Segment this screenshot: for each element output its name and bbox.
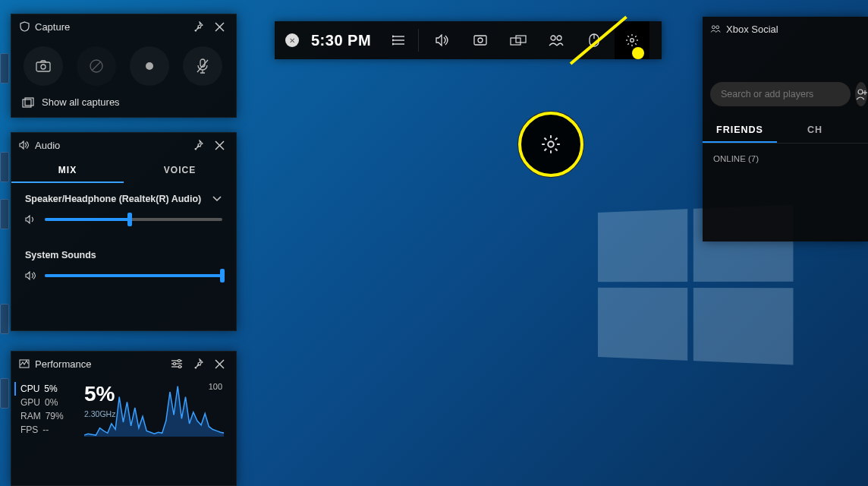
perf-stat-fps[interactable]: FPS-- <box>20 423 84 437</box>
record-last-button[interactable] <box>77 46 116 86</box>
close-icon[interactable] <box>210 136 228 154</box>
tab-voice[interactable]: VOICE <box>124 157 236 183</box>
tab-chat[interactable]: CH <box>777 117 836 143</box>
tab-mix[interactable]: MIX <box>11 157 124 183</box>
svg-point-7 <box>478 38 483 43</box>
pin-icon[interactable] <box>189 136 207 154</box>
svg-line-21 <box>627 43 629 45</box>
svg-point-49 <box>178 359 180 361</box>
svg-line-37 <box>92 62 101 71</box>
svg-line-28 <box>544 137 546 140</box>
search-players-input[interactable] <box>710 82 851 106</box>
show-all-captures-link[interactable]: Show all captures <box>11 92 236 117</box>
online-header[interactable]: ONLINE (7) <box>703 143 868 163</box>
social-icon[interactable] <box>539 21 574 59</box>
gear-icon <box>541 134 561 154</box>
audio-device-label: Speaker/Headphone (Realtek(R) Audio) <box>25 194 201 204</box>
audio-widget: Audio MIX VOICE Speaker/Headphone (Realt… <box>11 132 237 331</box>
svg-line-31 <box>555 137 558 140</box>
record-button[interactable] <box>130 46 169 86</box>
xbox-social-widget: Xbox Social FRIENDS CH ONLINE (7) <box>703 17 868 241</box>
svg-point-54 <box>712 26 715 29</box>
svg-rect-6 <box>474 36 486 45</box>
desktop-edge <box>0 0 11 486</box>
gamebar-toolbar: 5:30 PM <box>275 21 662 59</box>
chevron-down-icon[interactable] <box>212 195 222 203</box>
add-player-icon[interactable] <box>855 82 867 106</box>
svg-point-3 <box>392 36 393 36</box>
svg-point-5 <box>392 43 393 44</box>
svg-point-14 <box>631 39 634 43</box>
annotation-circle <box>518 112 583 177</box>
svg-point-11 <box>557 36 561 40</box>
capture-widget: Capture Show all captures <box>11 14 237 118</box>
pin-icon[interactable] <box>189 17 207 36</box>
svg-line-20 <box>635 43 637 45</box>
speaker-icon <box>19 140 30 150</box>
svg-point-4 <box>392 39 393 40</box>
gallery-icon <box>22 97 34 108</box>
capture-icon[interactable] <box>463 21 498 59</box>
mic-toggle-button[interactable] <box>183 46 222 86</box>
cpu-chart <box>84 364 224 437</box>
perf-stat-cpu[interactable]: CPU5% <box>14 382 84 396</box>
clock-label: 5:30 PM <box>311 32 371 49</box>
svg-point-38 <box>146 62 153 70</box>
annotation-dot <box>632 47 644 59</box>
speaker-icon <box>25 271 37 280</box>
capture-title: Capture <box>35 21 186 33</box>
svg-rect-34 <box>36 62 50 71</box>
performance-icon[interactable] <box>501 21 536 59</box>
svg-line-29 <box>555 149 558 151</box>
system-volume-slider[interactable] <box>45 274 222 277</box>
svg-line-30 <box>544 149 546 151</box>
svg-line-22 <box>635 36 637 37</box>
svg-point-55 <box>716 26 719 29</box>
performance-widget: Performance CPU5%GPU0%RAM79%FPS-- 100 5%… <box>11 351 237 486</box>
people-icon <box>710 24 721 34</box>
widgets-menu-icon[interactable] <box>382 21 417 59</box>
xbox-icon[interactable] <box>285 33 299 47</box>
svg-line-19 <box>627 36 629 37</box>
audio-title: Audio <box>35 140 186 151</box>
show-all-label: Show all captures <box>42 96 120 108</box>
shield-icon <box>19 21 30 32</box>
speaker-icon <box>25 215 37 224</box>
audio-icon[interactable] <box>425 21 460 59</box>
screenshot-button[interactable] <box>24 46 63 86</box>
device-volume-slider[interactable] <box>45 218 222 221</box>
svg-point-56 <box>858 90 863 94</box>
svg-point-35 <box>41 65 46 69</box>
performance-icon <box>19 358 30 369</box>
system-sounds-label: System Sounds <box>25 250 96 260</box>
social-title: Xbox Social <box>726 24 860 35</box>
close-icon[interactable] <box>210 17 228 36</box>
tab-friends[interactable]: FRIENDS <box>703 117 777 143</box>
svg-point-10 <box>551 36 555 40</box>
perf-stat-ram[interactable]: RAM79% <box>20 409 84 423</box>
perf-stat-gpu[interactable]: GPU0% <box>20 396 84 409</box>
svg-point-23 <box>548 141 554 147</box>
